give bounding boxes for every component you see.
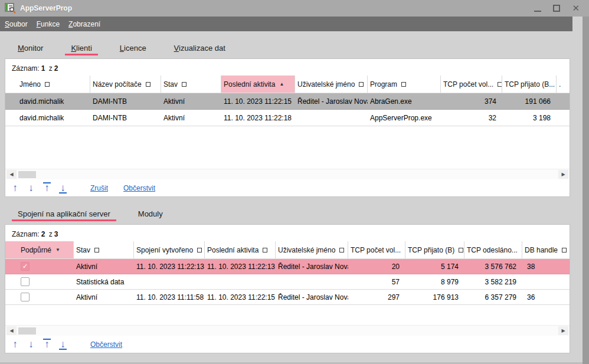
move-up-icon[interactable]: ↑ bbox=[9, 339, 21, 350]
menu-zobrazeni[interactable]: Zobrazení bbox=[68, 20, 100, 28]
column-filter-icon bbox=[94, 248, 99, 252]
window-right-edge bbox=[583, 17, 589, 364]
move-down-icon[interactable]: ↓ bbox=[25, 339, 37, 350]
sort-desc-icon: ▼ bbox=[55, 248, 60, 252]
column-header-tcp-prijato[interactable]: TCP přijato (B... bbox=[502, 76, 557, 93]
record-counter: Záznam:2 z3 bbox=[5, 225, 570, 241]
tab-spojeni-na-aplikacni-server[interactable]: Spojení na aplikační server bbox=[12, 209, 116, 224]
connections-horizontal-scrollbar[interactable]: ◀ ▶ bbox=[5, 325, 570, 336]
table-empty-area bbox=[5, 126, 570, 169]
column-header-spojeni-vytvoreno[interactable]: Spojení vytvořeno bbox=[134, 241, 205, 258]
main-tab-bar: Monitor Klienti Licence Vizualizace dat bbox=[0, 31, 589, 58]
clients-table-header: Jméno Název počítače Stav Poslední aktiv… bbox=[5, 76, 570, 93]
title-bar: AppServerProp ✕ bbox=[0, 0, 589, 17]
move-up-icon[interactable]: ↑ bbox=[9, 182, 21, 194]
column-filter-icon bbox=[146, 82, 150, 87]
tab-monitor[interactable]: Monitor bbox=[12, 44, 49, 58]
column-filter-icon bbox=[359, 82, 364, 87]
move-to-bottom-icon[interactable]: ↓ bbox=[57, 182, 69, 194]
maximize-icon[interactable] bbox=[553, 5, 560, 12]
column-header-program[interactable]: Program bbox=[368, 76, 441, 93]
clients-panel: Záznam:1 z2 Jméno Název počítače Stav Po… bbox=[5, 58, 570, 197]
window-controls: ✕ bbox=[534, 4, 583, 12]
move-to-top-icon[interactable]: ↑ bbox=[41, 339, 53, 350]
table-row[interactable]: david.michalik DAMI-NTB Aktivní 11. 10. … bbox=[5, 93, 570, 110]
scrollbar-thumb[interactable] bbox=[18, 327, 36, 335]
refresh-link[interactable]: Občerstvit bbox=[123, 184, 155, 192]
scroll-left-icon[interactable]: ◀ bbox=[6, 326, 17, 335]
table-row[interactable]: david.michalik DAMI-NTB Aktivní 11. 10. … bbox=[5, 110, 570, 126]
column-header-stav[interactable]: Stav bbox=[161, 76, 221, 93]
column-filter-icon bbox=[339, 248, 344, 252]
column-header-db-handle[interactable]: DB handle bbox=[522, 241, 570, 258]
menu-funkce[interactable]: Funkce bbox=[37, 20, 60, 28]
menu-soubor[interactable]: Soubor bbox=[5, 20, 28, 28]
sort-asc-icon: ▲ bbox=[279, 82, 284, 87]
table-row[interactable]: ✓ Statistická data 57 8 979 3 582 219 bbox=[5, 274, 570, 290]
connections-panel: Záznam:2 z3 Podpůrné▼ Stav Spojení vytvo… bbox=[5, 224, 570, 353]
check-icon: ✓ bbox=[22, 263, 28, 270]
column-header-uzivatelske-jmeno[interactable]: Uživatelské jméno bbox=[276, 241, 348, 258]
move-to-bottom-icon[interactable]: ↓ bbox=[57, 339, 69, 350]
tab-moduly[interactable]: Moduly bbox=[132, 209, 169, 224]
column-header-jmeno[interactable]: Jméno bbox=[5, 76, 90, 93]
column-header-uzivatelske-jmeno[interactable]: Uživatelské jméno bbox=[295, 76, 368, 93]
column-filter-icon bbox=[498, 82, 502, 87]
column-header-tcp-prijato[interactable]: TCP přijato (B) bbox=[405, 241, 464, 258]
scroll-right-icon[interactable]: ▶ bbox=[558, 326, 568, 335]
tab-licence[interactable]: Licence bbox=[114, 44, 152, 58]
sub-tab-bar: Spojení na aplikační server Moduly bbox=[0, 197, 589, 224]
column-filter-icon bbox=[459, 248, 463, 252]
tab-klienti[interactable]: Klienti bbox=[65, 44, 97, 58]
scroll-right-icon[interactable]: ▶ bbox=[558, 170, 568, 179]
column-header-posledni-aktivita[interactable]: Poslední aktivita bbox=[205, 241, 276, 258]
column-header-tcp-pocet[interactable]: TCP počet vol... bbox=[441, 76, 502, 93]
window-title: AppServerProp bbox=[20, 4, 72, 12]
connections-toolbar: ↑ ↓ ↑ ↓ Občerstvit bbox=[5, 336, 570, 353]
support-checkbox[interactable]: ✓ bbox=[21, 262, 30, 271]
column-header-tcp-pocet[interactable]: TCP počet vol... bbox=[348, 241, 405, 258]
table-row[interactable]: ✓ Aktivní 11. 10. 2023 11:22:13 11. 10. … bbox=[5, 259, 570, 274]
move-down-icon[interactable]: ↓ bbox=[25, 182, 37, 194]
move-to-top-icon[interactable]: ↑ bbox=[41, 182, 53, 194]
column-filter-icon bbox=[197, 248, 202, 252]
table-row[interactable]: ✓ Aktivní 11. 10. 2023 11:11:58 11. 10. … bbox=[5, 290, 570, 305]
column-filter-icon bbox=[263, 248, 267, 252]
tab-vizualizace-dat[interactable]: Vizualizace dat bbox=[168, 44, 231, 58]
column-header-nazev-pocitace[interactable]: Název počítače bbox=[90, 76, 161, 93]
connections-table-header: Podpůrné▼ Stav Spojení vytvořeno Posledn… bbox=[5, 241, 570, 259]
app-window: AppServerProp ✕ Soubor Funkce Zobrazení … bbox=[0, 0, 589, 364]
menu-bar: Soubor Funkce Zobrazení bbox=[0, 17, 572, 31]
column-header-podpurne[interactable]: Podpůrné▼ bbox=[5, 241, 74, 258]
cancel-link[interactable]: Zrušit bbox=[90, 184, 108, 192]
record-counter: Záznam:1 z2 bbox=[5, 59, 570, 76]
column-header-tcp-odeslano[interactable]: TCP odesláno... bbox=[464, 241, 522, 258]
scrollbar-thumb[interactable] bbox=[18, 171, 36, 178]
close-icon[interactable]: ✕ bbox=[572, 4, 580, 12]
column-filter-icon bbox=[45, 82, 50, 87]
column-filter-icon bbox=[182, 82, 186, 87]
app-icon bbox=[5, 3, 16, 14]
column-header-stav[interactable]: Stav bbox=[74, 241, 134, 258]
column-header-more[interactable]: . bbox=[557, 76, 570, 93]
support-checkbox[interactable]: ✓ bbox=[21, 277, 30, 286]
table-empty-area bbox=[5, 305, 570, 325]
support-checkbox[interactable]: ✓ bbox=[21, 293, 30, 301]
clients-horizontal-scrollbar[interactable]: ◀ ▶ bbox=[5, 169, 570, 179]
refresh-link[interactable]: Občerstvit bbox=[90, 340, 122, 349]
column-filter-icon bbox=[562, 248, 567, 252]
column-header-posledni-aktivita[interactable]: Poslední aktivita▲ bbox=[221, 76, 295, 93]
scroll-left-icon[interactable]: ◀ bbox=[6, 170, 17, 179]
clients-toolbar: ↑ ↓ ↑ ↓ Zrušit Občerstvit bbox=[5, 179, 570, 196]
minimize-icon[interactable] bbox=[534, 5, 541, 12]
column-filter-icon bbox=[401, 82, 406, 87]
